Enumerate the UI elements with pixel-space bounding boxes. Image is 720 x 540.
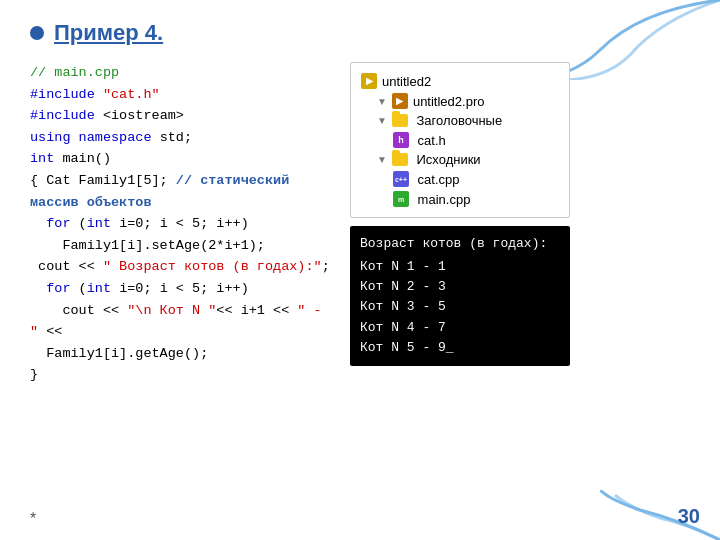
file-tree-sources-folder: ▼ Исходники (361, 150, 559, 169)
code-line-8: Family1[i].setAge(2*i+1); (30, 235, 330, 257)
file-tree-catcpp: c++ cat.cpp (361, 169, 559, 189)
file-tree-headers-label: Заголовочные (413, 113, 502, 128)
code-line-13: } (30, 364, 330, 386)
file-tree: ▶ untitled2 ▼ ▶ untitled2.pro ▼ Заголово… (350, 62, 570, 218)
code-line-10: for (int i=0; i < 5; i++) (30, 278, 330, 300)
h-file-icon: h (393, 132, 409, 148)
bullet-icon (30, 26, 44, 40)
title-row: Пример 4. (30, 20, 690, 46)
project-icon: ▶ (361, 73, 377, 89)
file-tree-catcpp-label: cat.cpp (414, 172, 460, 187)
main-area: // main.cpp #include "cat.h" #include <i… (30, 62, 690, 386)
code-line-1: // main.cpp (30, 62, 330, 84)
main-file-icon: m (393, 191, 409, 207)
code-line-6: { Cat Family1[5]; // статический массив … (30, 170, 330, 213)
code-line-11: cout << "\n Кот N "<< i+1 << " - " << (30, 300, 330, 343)
folder-icon (392, 114, 408, 127)
file-tree-maincpp-label: main.cpp (414, 192, 470, 207)
arrow-down-icon3: ▼ (377, 154, 387, 165)
file-tree-sources-label: Исходники (413, 152, 481, 167)
right-section: ▶ untitled2 ▼ ▶ untitled2.pro ▼ Заголово… (350, 62, 690, 366)
code-line-7: for (int i=0; i < 5; i++) (30, 213, 330, 235)
code-line-5: int main() (30, 148, 330, 170)
terminal-line-2: Кот N 2 - 3 (360, 277, 560, 297)
file-tree-pro-label: untitled2.pro (413, 94, 485, 109)
code-line-3: #include <iostream> (30, 105, 330, 127)
file-tree-item: ▼ ▶ untitled2.pro (361, 91, 559, 111)
code-line-4: using namespace std; (30, 127, 330, 149)
arrow-down-icon: ▼ (377, 96, 387, 107)
arrow-down-icon2: ▼ (377, 115, 387, 126)
page-number: 30 (678, 505, 700, 528)
terminal-line-5: Кот N 5 - 9_ (360, 338, 560, 358)
file-tree-cath: h cat.h (361, 130, 559, 150)
slide-title: Пример 4. (54, 20, 163, 46)
cpp-file-icon: c++ (393, 171, 409, 187)
pro-icon: ▶ (392, 93, 408, 109)
file-tree-root-label: untitled2 (382, 74, 431, 89)
file-tree-root: ▶ untitled2 (361, 71, 559, 91)
file-tree-maincpp: m main.cpp (361, 189, 559, 209)
file-tree-cath-label: cat.h (414, 133, 446, 148)
terminal-output: Возраст котов (в годах): Кот N 1 - 1 Кот… (350, 226, 570, 366)
terminal-title: Возраст котов (в годах): (360, 234, 560, 254)
terminal-line-3: Кот N 3 - 5 (360, 297, 560, 317)
code-section: // main.cpp #include "cat.h" #include <i… (30, 62, 330, 386)
folder-icon2 (392, 153, 408, 166)
code-line-2: #include "cat.h" (30, 84, 330, 106)
page-asterisk: * (30, 510, 36, 528)
code-line-9: cout << " Возраст котов (в годах):"; (30, 256, 330, 278)
decoration-bottom-right (600, 490, 720, 540)
file-tree-headers-folder: ▼ Заголовочные (361, 111, 559, 130)
code-line-12: Family1[i].getAge(); (30, 343, 330, 365)
terminal-line-1: Кот N 1 - 1 (360, 257, 560, 277)
terminal-line-4: Кот N 4 - 7 (360, 318, 560, 338)
